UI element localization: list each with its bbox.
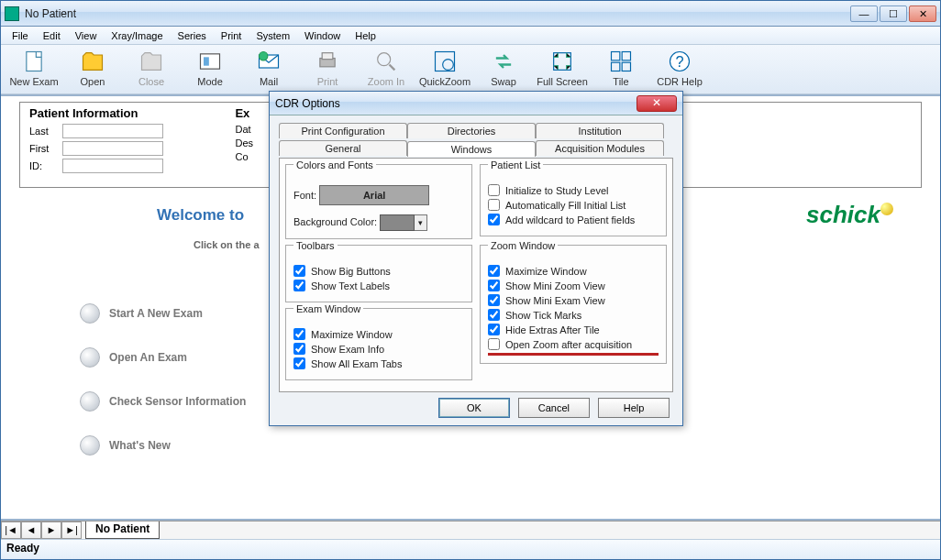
tab-nav-next[interactable]: ►	[41, 522, 61, 539]
quick-link-start-a-new-exam[interactable]: Start A New Exam	[80, 303, 203, 324]
option-show-all-exam-tabs[interactable]: Show All Exam Tabs	[293, 357, 464, 369]
font-button[interactable]: Arial	[319, 185, 429, 205]
svg-line-8	[390, 65, 395, 71]
option-show-exam-info[interactable]: Show Exam Info	[293, 343, 464, 355]
tab-print-configuration[interactable]: Print Configuration	[279, 123, 407, 138]
option-show-mini-exam-view[interactable]: Show Mini Exam View	[488, 294, 659, 306]
fullscreen-icon	[549, 49, 575, 74]
label-first: First	[29, 143, 62, 154]
cancel-button[interactable]: Cancel	[518, 398, 590, 418]
welcome-title: Welcome to	[157, 206, 244, 225]
menu-file[interactable]: File	[5, 30, 36, 41]
label-id: ID:	[29, 160, 62, 171]
checkbox[interactable]	[488, 280, 500, 291]
option-open-zoom-after-acquisition[interactable]: Open Zoom after acquisition	[488, 338, 659, 350]
checkbox[interactable]	[488, 309, 500, 321]
menu-print[interactable]: Print	[214, 30, 249, 41]
checkbox[interactable]	[293, 280, 305, 291]
option-hide-extras-after-tile[interactable]: Hide Extras After Tile	[488, 324, 659, 335]
option-add-wildcard-to-patient-fields[interactable]: Add wildcard to Patient fields	[488, 214, 659, 225]
option-show-text-labels[interactable]: Show Text Labels	[293, 280, 464, 291]
dialog-close-button[interactable]: ✕	[637, 95, 677, 112]
bg-color-swatch[interactable]	[380, 214, 415, 231]
checkbox[interactable]	[488, 324, 500, 335]
toolbar-swap[interactable]: Swap	[474, 47, 533, 92]
colors-and-fonts-group: Colors and Fonts Font: Arial Background …	[285, 164, 472, 239]
tab-general[interactable]: General	[279, 140, 407, 156]
checkbox[interactable]	[293, 357, 305, 369]
quick-link-open-an-exam[interactable]: Open An Exam	[80, 347, 187, 368]
label-last: Last	[29, 126, 62, 137]
toolbar-full-screen[interactable]: Full Screen	[533, 47, 592, 92]
window-title: No Patient	[25, 7, 850, 20]
tab-nav-last[interactable]: ►|	[61, 522, 82, 539]
bg-color-dropdown[interactable]: ▾	[415, 214, 427, 231]
menu-help[interactable]: Help	[348, 30, 383, 41]
checkbox[interactable]	[488, 214, 500, 225]
toolbar-tile[interactable]: Tile	[592, 47, 650, 92]
highlight-underline	[488, 353, 659, 356]
status-bar: Ready	[1, 539, 940, 559]
help-icon: ?	[667, 49, 692, 74]
swap-icon	[491, 49, 516, 74]
checkbox[interactable]	[293, 265, 305, 277]
menu-window[interactable]: Window	[297, 30, 348, 41]
svg-rect-2	[204, 57, 209, 65]
option-show-mini-zoom-view[interactable]: Show Mini Zoom View	[488, 280, 659, 291]
tab-nav-first[interactable]: |◄	[1, 522, 21, 539]
svg-rect-6	[322, 53, 333, 60]
svg-rect-12	[612, 52, 620, 60]
toolbar-new-exam[interactable]: New Exam	[5, 47, 63, 92]
checkbox[interactable]	[488, 184, 500, 196]
close-button[interactable]: ✕	[909, 5, 936, 22]
help-button[interactable]: Help	[598, 398, 670, 418]
quick-link-what's-new[interactable]: What's New	[80, 435, 171, 456]
menu-edit[interactable]: Edit	[36, 30, 68, 41]
quick-link-check-sensor-information[interactable]: Check Sensor Information	[80, 391, 246, 412]
svg-rect-15	[622, 62, 630, 71]
input-first[interactable]	[62, 141, 163, 156]
option-automatically-fill-initial-list[interactable]: Automatically Fill Initial List	[488, 199, 659, 211]
maximize-button[interactable]: ☐	[880, 5, 907, 22]
checkbox[interactable]	[488, 338, 500, 350]
print-icon	[315, 49, 340, 74]
toolbar-quickzoom[interactable]: QuickZoom	[415, 47, 474, 92]
toolbar-open[interactable]: Open	[63, 47, 122, 92]
tab-nav-prev[interactable]: ◄	[21, 522, 41, 539]
folder-icon	[80, 49, 105, 74]
input-id[interactable]	[62, 159, 163, 173]
tab-acquisition-modules[interactable]: Acquisition Modules	[536, 140, 664, 156]
checkbox[interactable]	[293, 328, 305, 340]
tab-directories[interactable]: Directories	[407, 123, 536, 138]
tab-institution[interactable]: Institution	[536, 123, 664, 138]
toolbar-mail[interactable]: Mail	[239, 47, 298, 92]
tab-windows[interactable]: Windows	[407, 141, 536, 157]
svg-point-10	[443, 60, 454, 71]
quickzoom-icon	[432, 49, 458, 74]
zoomin-icon	[373, 49, 399, 74]
option-maximize-window[interactable]: Maximize Window	[488, 265, 659, 277]
menu-view[interactable]: View	[68, 30, 105, 41]
toolbar-cdr-help[interactable]: ?CDR Help	[650, 47, 709, 92]
toolbar-mode[interactable]: Mode	[181, 47, 239, 92]
cdr-options-dialog: CDR Options ✕ Print Configuration Direct…	[269, 91, 683, 426]
toolbar-zoom-in: Zoom In	[357, 47, 415, 92]
checkbox[interactable]	[488, 199, 500, 211]
option-maximize-window[interactable]: Maximize Window	[293, 328, 464, 340]
minimize-button[interactable]: —	[850, 5, 878, 22]
main-toolbar: New ExamOpenCloseModeMailPrintZoom InQui…	[1, 45, 940, 94]
checkbox[interactable]	[488, 294, 500, 306]
document-tab[interactable]: No Patient	[85, 522, 160, 539]
menu-series[interactable]: Series	[171, 30, 214, 41]
checkbox[interactable]	[293, 343, 305, 355]
ok-button[interactable]: OK	[438, 398, 510, 418]
checkbox[interactable]	[488, 265, 500, 277]
option-initialize-to-study-level[interactable]: Initialize to Study Level	[488, 184, 659, 196]
menu-system[interactable]: System	[249, 30, 297, 41]
input-last[interactable]	[62, 124, 163, 138]
option-show-big-buttons[interactable]: Show Big Buttons	[293, 265, 464, 277]
menu-xray-image[interactable]: Xray/Image	[104, 30, 170, 41]
tab-content-windows: Colors and Fonts Font: Arial Background …	[279, 158, 673, 392]
svg-rect-13	[622, 52, 630, 60]
option-show-tick-marks[interactable]: Show Tick Marks	[488, 309, 659, 321]
